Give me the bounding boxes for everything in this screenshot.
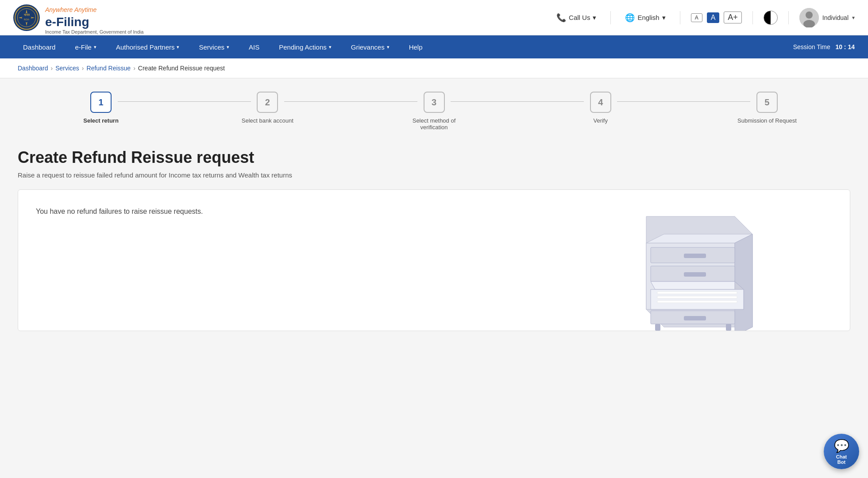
step-3-circle: 3 [424, 92, 445, 113]
nav-pending-actions[interactable]: Pending Actions ▾ [269, 35, 341, 58]
step-4: 4 Verify [517, 92, 684, 124]
grievances-arrow: ▾ [387, 44, 390, 50]
svg-rect-22 [657, 292, 737, 294]
globe-icon: 🌐 [625, 13, 635, 23]
breadcrumb-services[interactable]: Services [55, 65, 79, 72]
top-bar-right: 📞 Call Us ▾ 🌐 English ▾ A A A+ [553, 8, 855, 27]
avatar [799, 8, 819, 27]
pending-arrow: ▾ [329, 44, 332, 50]
session-time: Session Time 10 : 14 [793, 43, 855, 50]
separator-2 [680, 11, 680, 24]
breadcrumb-current: Create Refund Reissue request [138, 65, 225, 72]
cabinet-illustration [620, 203, 761, 331]
nav-services[interactable]: Services ▾ [189, 35, 239, 58]
auth-partners-arrow: ▾ [177, 44, 179, 50]
svg-rect-18 [684, 272, 706, 277]
svg-rect-24 [657, 301, 737, 303]
call-us-arrow: ▾ [593, 14, 596, 22]
step-5-circle: 5 [756, 92, 778, 113]
logo-efiling: Anywhere Anytime e-Filing [45, 1, 143, 29]
services-arrow: ▾ [227, 44, 229, 50]
call-us-button[interactable]: 📞 Call Us ▾ [553, 11, 600, 24]
step-5-label: Submission of Request [737, 117, 797, 124]
step-5: 5 Submission of Request [684, 92, 850, 124]
svg-rect-26 [684, 316, 706, 320]
svg-text:INDIA: INDIA [24, 18, 30, 20]
step-4-label: Verify [593, 117, 608, 124]
phone-icon: 📞 [556, 13, 566, 23]
step-1-label: Select return [83, 117, 118, 124]
nav-help[interactable]: Help [399, 35, 432, 58]
language-button[interactable]: 🌐 English ▾ [621, 11, 669, 24]
font-large-button[interactable]: A+ [724, 12, 742, 23]
main-content: 1 Select return 2 Select bank account 3 … [0, 78, 868, 344]
separator-4 [788, 11, 789, 24]
contrast-button[interactable] [764, 11, 778, 25]
user-dropdown-arrow: ▾ [852, 15, 855, 21]
breadcrumb: Dashboard › Services › Refund Reissue › … [0, 58, 868, 78]
chatbot-icon: 💬 [834, 439, 849, 453]
breadcrumb-dashboard[interactable]: Dashboard [18, 65, 48, 72]
logo-subtitle: Income Tax Department, Government of Ind… [45, 29, 143, 35]
efile-arrow: ▾ [94, 44, 96, 50]
nav-efile[interactable]: e-File ▾ [65, 35, 106, 58]
page-subtitle: Raise a request to reissue failed refund… [18, 171, 850, 179]
logo-area: भारत INDIA Anywhere Anytime e-Filing Inc… [13, 1, 143, 35]
svg-rect-27 [655, 324, 660, 331]
step-1-circle: 1 [90, 92, 112, 113]
step-3: 3 Select method of verification [351, 92, 517, 131]
svg-rect-16 [684, 254, 706, 258]
svg-point-9 [806, 12, 813, 19]
breadcrumb-sep-1: › [51, 65, 53, 72]
chatbot-label: ChatBot [836, 454, 847, 465]
font-controls: A A A+ [691, 12, 742, 23]
step-1: 1 Select return [18, 92, 184, 124]
lang-arrow: ▾ [662, 14, 666, 22]
separator-1 [610, 11, 611, 24]
svg-text:भारत: भारत [24, 13, 30, 16]
font-small-button[interactable]: A [691, 13, 702, 22]
top-bar: भारत INDIA Anywhere Anytime e-Filing Inc… [0, 0, 868, 35]
step-2-circle: 2 [257, 92, 278, 113]
svg-rect-28 [726, 324, 731, 331]
svg-marker-13 [646, 234, 752, 243]
nav-grievances[interactable]: Grievances ▾ [341, 35, 399, 58]
logo-text: Anywhere Anytime e-Filing Income Tax Dep… [45, 1, 143, 35]
nav-authorised-partners[interactable]: Authorised Partners ▾ [106, 35, 189, 58]
svg-marker-19 [651, 281, 744, 289]
separator-3 [752, 11, 753, 24]
page-title: Create Refund Reissue request [18, 148, 850, 167]
svg-rect-23 [657, 296, 737, 298]
nav-bar: Dashboard e-File ▾ Authorised Partners ▾… [0, 35, 868, 58]
nav-dashboard[interactable]: Dashboard [13, 35, 65, 58]
steps-container: 1 Select return 2 Select bank account 3 … [18, 92, 850, 131]
breadcrumb-sep-2: › [82, 65, 84, 72]
breadcrumb-sep-3: › [133, 65, 135, 72]
step-2: 2 Select bank account [184, 92, 351, 124]
step-2-label: Select bank account [242, 117, 293, 124]
user-area[interactable]: Individual ▾ [799, 8, 855, 27]
content-card: You have no refund failures to raise rei… [18, 189, 850, 331]
breadcrumb-refund-reissue[interactable]: Refund Reissue [87, 65, 131, 72]
font-medium-button[interactable]: A [707, 12, 720, 23]
emblem-icon: भारत INDIA [13, 4, 40, 31]
chatbot-button[interactable]: 💬 ChatBot [824, 434, 859, 469]
svg-marker-14 [735, 234, 752, 331]
user-type-label: Individual [822, 14, 849, 21]
step-3-label: Select method of verification [403, 117, 465, 131]
step-4-circle: 4 [590, 92, 611, 113]
nav-ais[interactable]: AIS [239, 35, 269, 58]
